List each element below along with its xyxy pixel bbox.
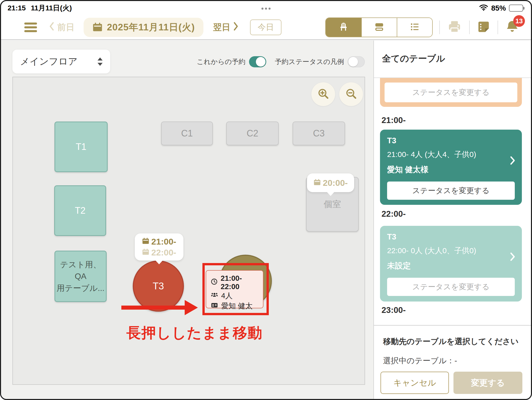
printer-icon	[446, 19, 463, 36]
time-section-label: 23:00-	[382, 305, 406, 315]
move-prompt: 移動先のテーブルを選択してください	[383, 336, 519, 347]
legend-toggle-label: 予約ステータスの凡例	[275, 57, 344, 66]
toolbar: 前日 2025年11月11日(火) 翌日 今日	[1, 15, 531, 40]
chevron-left-icon	[49, 22, 55, 33]
floor-select[interactable]: メインフロア	[12, 50, 110, 73]
clock-icon	[210, 278, 218, 287]
time-section-label: 22:00-	[382, 209, 406, 219]
change-status-button[interactable]: ステータスを変更する	[387, 278, 515, 296]
change-status-button[interactable]: ステータスを変更する	[387, 182, 515, 200]
status-date: 11月11日(火)	[31, 3, 72, 13]
list-view-icon	[409, 21, 421, 34]
all-tables-panel: 全てのテーブル ステータスを変更する 21:00- T3 21:00- 4人 (…	[373, 41, 531, 399]
app-window: 21:15 11月11日(火) 85% 前日 2025年11月1	[0, 0, 532, 400]
zoom-in-button[interactable]	[311, 82, 335, 106]
upcoming-toggle-label: これからの予約	[197, 57, 245, 66]
legend-toggle[interactable]	[348, 56, 365, 67]
calendar-icon	[313, 177, 321, 188]
table-c2[interactable]: C2	[226, 122, 279, 145]
toolbar-separator	[498, 21, 498, 34]
menu-icon[interactable]	[24, 23, 37, 32]
upcoming-toggle[interactable]	[249, 56, 266, 67]
tab-floor-view[interactable]	[326, 18, 361, 37]
dragged-reservation-card[interactable]: 21:00-22:00 4人 愛知 健太	[206, 270, 263, 308]
view-switcher	[325, 17, 433, 37]
chevron-right-icon	[232, 22, 239, 33]
table-t2[interactable]: T2	[54, 185, 106, 236]
ellipsis-icon	[261, 8, 271, 10]
drag-direction-arrow	[121, 300, 198, 315]
toolbar-separator	[439, 21, 440, 34]
table-c3[interactable]: C3	[293, 122, 345, 145]
table-test[interactable]: テスト用、QA 用テーブル...	[54, 251, 107, 302]
wifi-icon	[479, 4, 488, 12]
select-arrows-icon	[98, 57, 103, 66]
calendar-icon	[92, 22, 103, 33]
status-bar: 21:15 11月11日(火) 85%	[1, 1, 531, 15]
table-c1[interactable]: C1	[161, 122, 213, 145]
zoom-in-icon	[317, 87, 330, 101]
zoom-out-icon	[345, 87, 358, 101]
notifications-button[interactable]: 13	[505, 19, 520, 35]
reservation-card-2200[interactable]: T3 22:00- 0人 (大人0、子供0) 未設定 ステータスを変更する	[380, 226, 522, 302]
next-day-button[interactable]: 翌日	[213, 22, 239, 33]
battery-icon	[509, 5, 524, 12]
memo-icon	[476, 19, 491, 35]
calendar-icon	[142, 247, 149, 258]
chevron-right-icon	[509, 252, 516, 263]
battery-percent: 85%	[491, 4, 506, 12]
toolbar-separator	[469, 21, 470, 34]
zoom-out-button[interactable]	[339, 82, 363, 106]
floor-select-value: メインフロア	[20, 55, 78, 68]
reservation-card-2100[interactable]: T3 21:00- 4人 (大人4、子供0) 愛知 健太様 ステータスを変更する	[380, 130, 522, 205]
status-time: 21:15	[8, 4, 26, 12]
notification-badge: 13	[513, 15, 525, 27]
current-date-label: 2025年11月11日(火)	[107, 21, 195, 34]
id-card-icon	[210, 301, 219, 311]
divider	[374, 325, 531, 326]
private-room-time-badge: 20:00-	[307, 173, 354, 192]
print-button[interactable]	[446, 19, 463, 36]
sidebar-title: 全てのテーブル	[382, 53, 445, 65]
drag-instruction-text: 長押ししたまま移動	[126, 323, 263, 343]
floor-map: T1 T2 テスト用、QA 用テーブル... C1 C2 C3 個室 20:00…	[12, 77, 365, 385]
calendar-icon	[142, 236, 149, 247]
t3-time-badge: 21:00- 22:00-	[135, 233, 183, 261]
table-t1[interactable]: T1	[54, 122, 108, 172]
tab-card-view[interactable]	[361, 18, 397, 37]
chair-icon	[338, 21, 349, 34]
cancel-button[interactable]: キャンセル	[381, 372, 449, 394]
tab-list-view[interactable]	[397, 18, 432, 37]
floor-panel: メインフロア これからの予約 予約ステータスの凡例	[1, 41, 373, 399]
people-icon	[210, 291, 219, 301]
filter-toggles: これからの予約 予約ステータスの凡例	[197, 56, 365, 67]
change-status-button[interactable]: ステータスを変更する	[385, 83, 517, 102]
prev-day-button[interactable]: 前日	[49, 22, 74, 33]
chevron-right-icon	[509, 155, 516, 167]
today-button[interactable]: 今日	[250, 19, 281, 35]
clipped-reservation-card[interactable]: ステータスを変更する	[380, 78, 522, 107]
selected-table-label: 選択中のテーブル：-	[383, 355, 457, 366]
date-picker-button[interactable]: 2025年11月11日(火)	[84, 18, 203, 37]
memo-button[interactable]	[476, 19, 491, 35]
card-view-icon	[373, 21, 385, 34]
time-section-label: 21:00-	[382, 115, 406, 125]
confirm-button[interactable]: 変更する	[453, 372, 522, 394]
